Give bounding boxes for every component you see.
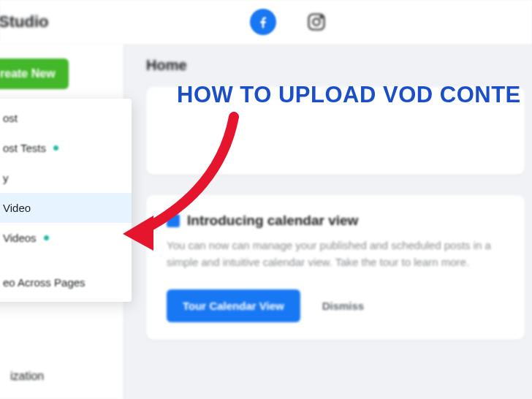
- sidebar-item-monetization[interactable]: ization: [0, 360, 123, 393]
- page-title: Home: [146, 57, 525, 74]
- top-bar: or Studio: [0, 0, 532, 44]
- dropdown-item-label: Videos: [3, 232, 37, 244]
- new-badge-icon: [44, 235, 49, 240]
- arrow-annotation-icon: [110, 106, 256, 252]
- dropdown-item-label: Video: [3, 202, 31, 214]
- dismiss-button[interactable]: Dismiss: [322, 300, 365, 312]
- instagram-icon[interactable]: [305, 11, 327, 33]
- create-new-button[interactable]: reate New: [0, 58, 69, 89]
- dropdown-separator: [0, 253, 132, 267]
- svg-point-1: [313, 18, 319, 25]
- svg-point-2: [320, 16, 322, 18]
- platform-tabs: [250, 9, 327, 35]
- tour-calendar-button[interactable]: Tour Calendar View: [167, 289, 300, 322]
- new-badge-icon: [53, 145, 58, 151]
- dropdown-item-label: ost: [3, 112, 18, 124]
- annotation-title: HOW TO UPLOAD VOD CONTE: [177, 82, 532, 108]
- dropdown-item-label: ost Tests: [3, 142, 46, 154]
- dropdown-item-label: y: [3, 172, 9, 184]
- facebook-icon[interactable]: [250, 9, 276, 35]
- app-title: or Studio: [0, 12, 49, 31]
- card-actions: Tour Calendar View Dismiss: [167, 289, 504, 322]
- dropdown-item-label: eo Across Pages: [3, 276, 86, 289]
- sidebar-item-label: ization: [10, 370, 44, 383]
- dropdown-item-video-across-pages[interactable]: eo Across Pages: [0, 267, 132, 297]
